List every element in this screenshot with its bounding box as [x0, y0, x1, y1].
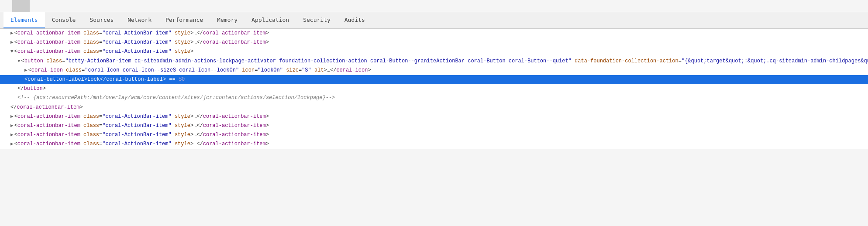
dom-line[interactable]: ▶<coral-icon class="coral-Icon coral-Ico…: [0, 66, 868, 75]
dom-line[interactable]: ▼<button class="betty-ActionBar-item cq-…: [0, 57, 868, 66]
expand-triangle[interactable]: ▶: [10, 123, 14, 128]
tab-performance[interactable]: Performance: [158, 12, 210, 28]
dom-line[interactable]: </coral-actionbar-item>: [0, 103, 868, 112]
dom-line[interactable]: ▼<coral-actionbar-item class="coral-Acti…: [0, 47, 868, 56]
dom-comment: <!-- {acs:resourcePath:/mnt/overlay/wcm/…: [17, 95, 335, 101]
language-bar: [0, 0, 868, 12]
dom-content: ▶<coral-actionbar-item class="coral-Acti…: [0, 29, 868, 149]
expand-triangle[interactable]: ▶: [10, 31, 14, 36]
expand-triangle[interactable]: ▼: [10, 49, 14, 54]
tab-security[interactable]: Security: [296, 12, 338, 28]
dom-line[interactable]: ▶<coral-actionbar-item class="coral-Acti…: [0, 121, 868, 130]
tab-memory[interactable]: Memory: [210, 12, 245, 28]
dom-line[interactable]: ▶<coral-actionbar-item class="coral-Acti…: [0, 112, 868, 121]
dom-line[interactable]: ▶<coral-actionbar-item class="coral-Acti…: [0, 29, 868, 38]
expand-triangle[interactable]: ▶: [10, 141, 14, 147]
dom-line[interactable]: ▶<coral-actionbar-item class="coral-Acti…: [0, 130, 868, 140]
dom-line[interactable]: ▶<coral-actionbar-item class="coral-Acti…: [0, 140, 868, 149]
language-bar-left: [3, 0, 861, 12]
dom-line[interactable]: ▶<coral-actionbar-item class="coral-Acti…: [0, 38, 868, 47]
dom-viewer: ▶<coral-actionbar-item class="coral-Acti…: [0, 29, 868, 226]
expand-triangle[interactable]: ▶: [10, 114, 14, 119]
tab-console[interactable]: Console: [45, 12, 83, 28]
tab-elements[interactable]: Elements: [3, 12, 45, 28]
expand-triangle[interactable]: ▶: [24, 68, 28, 73]
thumbnail-image: [12, 0, 30, 12]
dom-line[interactable]: </button>: [0, 84, 868, 93]
dom-line[interactable]: <coral-button-label>Lock</coral-button-l…: [0, 75, 868, 84]
tab-audits[interactable]: Audits: [338, 12, 372, 28]
expand-triangle[interactable]: ▶: [10, 40, 14, 45]
devtools-tabs: ElementsConsoleSourcesNetworkPerformance…: [0, 12, 868, 29]
dom-line[interactable]: <!-- {acs:resourcePath:/mnt/overlay/wcm/…: [0, 93, 868, 103]
tab-application[interactable]: Application: [245, 12, 296, 28]
tab-sources[interactable]: Sources: [83, 12, 121, 28]
expand-triangle[interactable]: ▼: [17, 58, 21, 64]
tab-network[interactable]: Network: [121, 12, 158, 28]
expand-triangle[interactable]: ▶: [10, 132, 14, 137]
